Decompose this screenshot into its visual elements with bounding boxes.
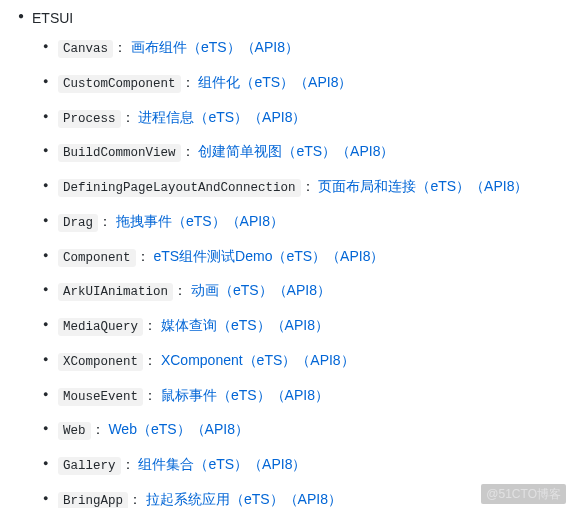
separator: ：	[128, 491, 142, 507]
bullet-icon: ●	[18, 8, 24, 23]
list-item: ●MediaQuery： 媒体查询（eTS）（API8）	[58, 315, 572, 337]
component-link[interactable]: 动画（eTS）（API8）	[191, 282, 331, 298]
bullet-icon: ●	[43, 179, 48, 193]
component-tag: ArkUIAnimation	[58, 283, 173, 301]
bullet-icon: ●	[43, 110, 48, 124]
component-link[interactable]: 进程信息（eTS）（API8）	[138, 109, 306, 125]
component-tag: MediaQuery	[58, 318, 143, 336]
list-item: ●XComponent： XComponent（eTS）（API8）	[58, 350, 572, 372]
component-link[interactable]: 创建简单视图（eTS）（API8）	[198, 143, 394, 159]
component-link[interactable]: 拖拽事件（eTS）（API8）	[116, 213, 284, 229]
component-tag: CustomComponent	[58, 75, 181, 93]
list-item: ●Drag： 拖拽事件（eTS）（API8）	[58, 211, 572, 233]
component-link[interactable]: 鼠标事件（eTS）（API8）	[161, 387, 329, 403]
separator: ：	[121, 456, 135, 472]
list-item: ●Process： 进程信息（eTS）（API8）	[58, 107, 572, 129]
list-item: ●Canvas： 画布组件（eTS）（API8）	[58, 37, 572, 59]
etsui-section-item: ● ETSUI ●Canvas： 画布组件（eTS）（API8）●CustomC…	[32, 8, 572, 508]
component-link[interactable]: 拉起系统应用（eTS）（API8）	[146, 491, 342, 507]
component-tag: Component	[58, 249, 136, 267]
list-item: ●Web： Web（eTS）（API8）	[58, 419, 572, 441]
bullet-icon: ●	[43, 353, 48, 367]
bullet-icon: ●	[43, 318, 48, 332]
bullet-icon: ●	[43, 75, 48, 89]
separator: ：	[173, 282, 187, 298]
section-title: ETSUI	[32, 10, 73, 26]
list-item: ●CustomComponent： 组件化（eTS）（API8）	[58, 72, 572, 94]
component-tag: BuildCommonView	[58, 144, 181, 162]
separator: ：	[91, 421, 105, 437]
separator: ：	[143, 387, 157, 403]
bullet-icon: ●	[43, 40, 48, 54]
component-tag: Gallery	[58, 457, 121, 475]
list-item: ●BuildCommonView： 创建简单视图（eTS）（API8）	[58, 141, 572, 163]
separator: ：	[181, 143, 195, 159]
etsui-section: ● ETSUI ●Canvas： 画布组件（eTS）（API8）●CustomC…	[8, 8, 572, 508]
component-tag: BringApp	[58, 492, 128, 508]
component-list: ●Canvas： 画布组件（eTS）（API8）●CustomComponent…	[32, 37, 572, 508]
bullet-icon: ●	[43, 283, 48, 297]
component-tag: Process	[58, 110, 121, 128]
bullet-icon: ●	[43, 422, 48, 436]
bullet-icon: ●	[43, 492, 48, 506]
component-tag: DefiningPageLayoutAndConnection	[58, 179, 301, 197]
bullet-icon: ●	[43, 214, 48, 228]
separator: ：	[181, 74, 195, 90]
component-link[interactable]: 画布组件（eTS）（API8）	[131, 39, 299, 55]
bullet-icon: ●	[43, 249, 48, 263]
component-link[interactable]: eTS组件测试Demo（eTS）（API8）	[153, 248, 384, 264]
bullet-icon: ●	[43, 144, 48, 158]
component-link[interactable]: 组件化（eTS）（API8）	[198, 74, 352, 90]
component-tag: Canvas	[58, 40, 113, 58]
separator: ：	[301, 178, 315, 194]
bullet-icon: ●	[43, 457, 48, 471]
separator: ：	[143, 317, 157, 333]
component-tag: Drag	[58, 214, 98, 232]
separator: ：	[121, 109, 135, 125]
separator: ：	[98, 213, 112, 229]
watermark: @51CTO博客	[481, 484, 566, 504]
component-link[interactable]: 页面布局和连接（eTS）（API8）	[318, 178, 528, 194]
component-link[interactable]: 媒体查询（eTS）（API8）	[161, 317, 329, 333]
separator: ：	[136, 248, 150, 264]
bullet-icon: ●	[43, 388, 48, 402]
list-item: ●ArkUIAnimation： 动画（eTS）（API8）	[58, 280, 572, 302]
component-tag: MouseEvent	[58, 388, 143, 406]
separator: ：	[113, 39, 127, 55]
component-link[interactable]: XComponent（eTS）（API8）	[161, 352, 355, 368]
list-item: ●DefiningPageLayoutAndConnection： 页面布局和连…	[58, 176, 572, 198]
separator: ：	[143, 352, 157, 368]
list-item: ●Component： eTS组件测试Demo（eTS）（API8）	[58, 246, 572, 268]
list-item: ●MouseEvent： 鼠标事件（eTS）（API8）	[58, 385, 572, 407]
component-link[interactable]: Web（eTS）（API8）	[108, 421, 249, 437]
component-tag: Web	[58, 422, 91, 440]
component-link[interactable]: 组件集合（eTS）（API8）	[138, 456, 306, 472]
component-tag: XComponent	[58, 353, 143, 371]
list-item: ●Gallery： 组件集合（eTS）（API8）	[58, 454, 572, 476]
